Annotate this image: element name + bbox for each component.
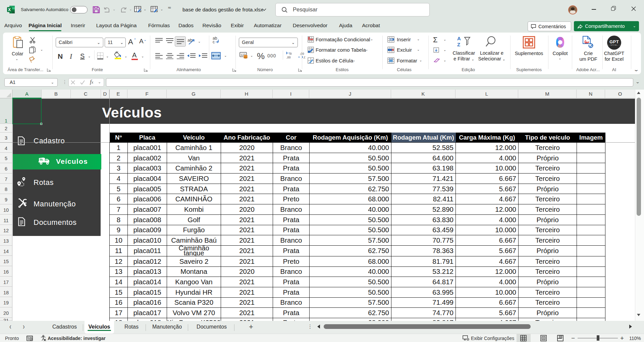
svg-text:A: A <box>457 36 461 41</box>
svg-text:,0: ,0 <box>303 56 305 59</box>
svg-text:c: c <box>213 40 215 44</box>
svg-text:,00: ,00 <box>286 56 291 59</box>
svg-text:Z: Z <box>457 42 460 47</box>
svg-text:,0: ,0 <box>289 52 292 55</box>
